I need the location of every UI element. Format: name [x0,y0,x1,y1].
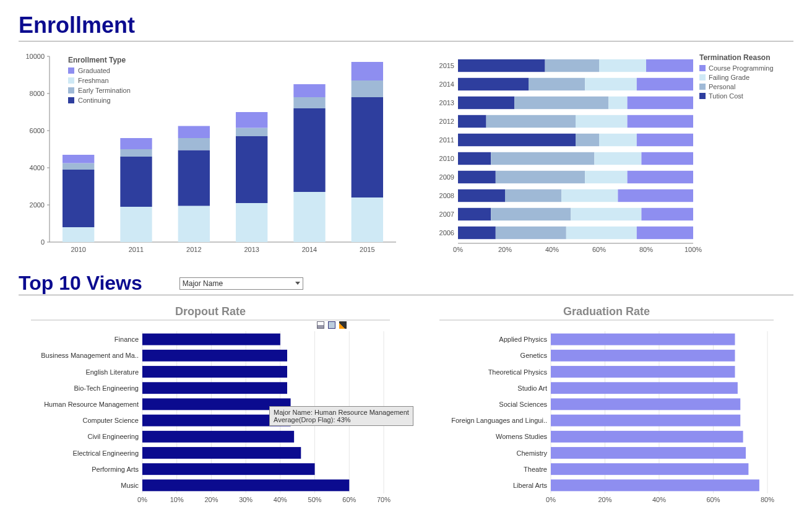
svg-rect-20 [120,157,152,207]
svg-text:20%: 20% [498,246,512,253]
svg-text:100%: 100% [685,246,702,253]
svg-rect-115 [699,84,706,90]
svg-text:6000: 6000 [30,127,45,134]
svg-text:2010: 2010 [439,155,454,162]
svg-rect-30 [236,136,267,203]
svg-rect-86 [628,171,693,183]
svg-rect-17 [63,155,94,163]
table-icon[interactable] [317,321,324,329]
svg-rect-45 [68,67,74,74]
svg-rect-147 [142,415,291,427]
svg-rect-68 [458,115,486,128]
dropdown-value: Major Name [183,279,223,288]
svg-text:Theatre: Theatre [524,466,547,473]
enrollment-by-year-chart: 0200040006000800010000201020112012201320… [19,50,402,261]
svg-rect-76 [637,134,693,146]
svg-rect-155 [142,479,349,491]
svg-rect-73 [458,134,576,146]
svg-text:Termination Reason: Termination Reason [699,53,770,62]
svg-rect-117 [699,93,706,99]
svg-rect-55 [599,59,646,72]
svg-rect-61 [637,78,693,90]
edit-icon[interactable] [339,321,347,329]
svg-rect-145 [142,398,291,410]
svg-rect-81 [641,152,693,165]
svg-rect-171 [551,350,735,362]
svg-text:2013: 2013 [439,99,454,106]
svg-text:2007: 2007 [439,210,454,218]
svg-text:Liberal Arts: Liberal Arts [513,482,548,489]
svg-rect-24 [178,206,210,243]
svg-rect-80 [594,152,641,165]
svg-rect-27 [178,126,210,139]
svg-text:2014: 2014 [302,246,317,253]
svg-rect-19 [120,207,152,242]
svg-rect-169 [551,334,735,345]
svg-text:2015: 2015 [439,62,454,69]
svg-rect-149 [142,431,294,443]
svg-text:40%: 40% [274,496,287,503]
svg-text:2011: 2011 [439,136,454,144]
svg-rect-89 [505,189,561,202]
svg-text:40%: 40% [545,246,559,253]
svg-rect-39 [352,197,383,242]
svg-text:2008: 2008 [439,192,454,199]
svg-text:2012: 2012 [439,118,454,125]
svg-text:2014: 2014 [439,80,454,88]
svg-rect-143 [142,382,287,394]
section-rule [19,295,793,295]
svg-rect-53 [458,59,545,72]
svg-text:4000: 4000 [30,164,45,171]
svg-text:Civil Engineering: Civil Engineering [87,433,139,440]
svg-text:Freshman: Freshman [78,77,109,84]
popout-icon[interactable] [328,321,335,329]
svg-text:Course Programming: Course Programming [709,64,774,72]
svg-text:20%: 20% [204,496,218,503]
svg-text:Studio Art: Studio Art [517,384,547,392]
svg-text:2011: 2011 [129,246,144,253]
svg-rect-99 [496,227,566,239]
svg-text:Continuing: Continuing [78,97,111,104]
svg-text:Graduation Rate: Graduation Rate [563,305,650,318]
svg-text:Enrollment Type: Enrollment Type [68,56,126,64]
svg-text:30%: 30% [239,496,253,503]
page-title: Enrollment [19,12,793,38]
svg-text:80%: 80% [639,246,653,253]
svg-rect-56 [646,59,693,72]
svg-rect-113 [699,74,706,80]
svg-rect-58 [458,78,529,90]
svg-rect-34 [293,192,325,242]
svg-rect-64 [514,97,608,109]
svg-rect-70 [576,115,628,128]
svg-text:60%: 60% [342,496,356,503]
svg-text:Applied Physics: Applied Physics [499,336,547,343]
svg-rect-91 [618,189,693,202]
svg-rect-177 [551,398,740,410]
svg-rect-69 [486,115,576,128]
svg-rect-60 [585,78,637,90]
svg-rect-187 [551,479,759,491]
svg-text:Music: Music [121,482,139,489]
svg-text:Womens Studies: Womens Studies [496,433,547,440]
svg-rect-25 [178,150,210,206]
svg-text:0: 0 [41,238,45,246]
svg-text:0%: 0% [546,496,556,503]
svg-text:60%: 60% [592,246,606,253]
svg-text:20%: 20% [598,496,611,503]
svg-rect-79 [491,152,594,165]
svg-text:Bio-Tech Engineering: Bio-Tech Engineering [74,384,139,392]
svg-text:8000: 8000 [30,90,45,97]
svg-rect-83 [458,171,496,183]
svg-rect-21 [120,149,152,157]
svg-rect-96 [641,208,693,220]
svg-text:Graduated: Graduated [78,67,110,74]
svg-rect-15 [63,170,94,227]
svg-rect-137 [142,334,280,345]
svg-text:Foreign Languages and Lingui..: Foreign Languages and Lingui.. [451,417,547,424]
svg-text:10000: 10000 [25,53,45,60]
svg-text:2010: 2010 [71,246,85,253]
svg-rect-181 [551,431,743,443]
major-name-dropdown[interactable]: Major Name [179,277,303,290]
svg-rect-31 [236,128,267,137]
svg-rect-41 [352,80,383,97]
